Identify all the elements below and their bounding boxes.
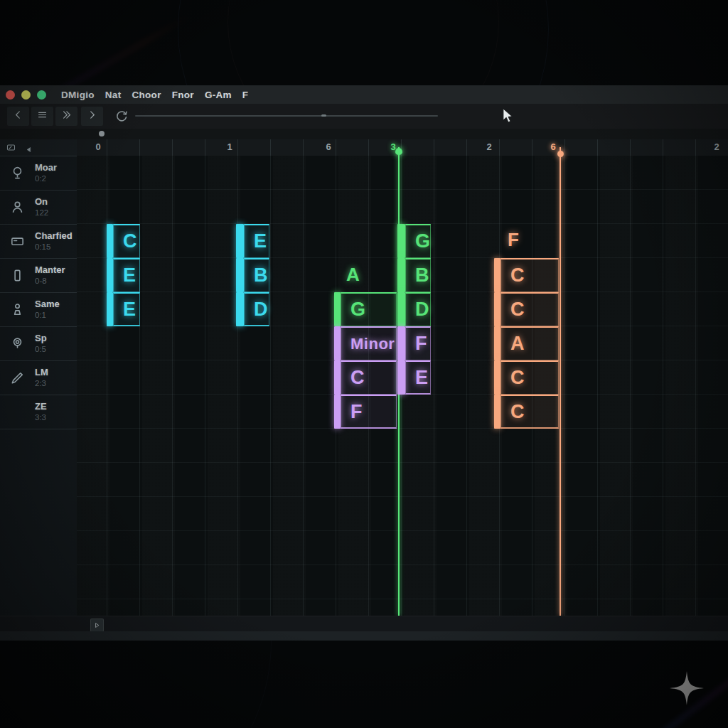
chord-cell-c[interactable]: C (500, 360, 559, 395)
sidebar-item-lm[interactable]: LM2:3 (0, 360, 77, 395)
menu-button[interactable] (31, 107, 53, 126)
sidebar-item-same[interactable]: Same0:1 (0, 292, 77, 327)
track-name: LM (35, 367, 48, 378)
chord-bar-cyan[interactable] (107, 224, 113, 258)
timeline-scrub-slider[interactable] (135, 115, 438, 117)
minimize-window-button[interactable] (21, 90, 31, 100)
chord-cell-minor[interactable]: Minor (341, 326, 397, 360)
chord-cell-d[interactable]: D (244, 292, 269, 326)
chord-bar-orange[interactable] (494, 326, 500, 360)
chord-bar-green[interactable] (397, 224, 405, 258)
chord-bar-green[interactable] (397, 292, 405, 326)
pin-icon[interactable] (25, 144, 33, 151)
horizontal-scrollbar[interactable] (0, 631, 728, 641)
chord-bar-orange[interactable] (494, 258, 500, 292)
menu-item-f[interactable]: F (242, 90, 249, 100)
zoom-window-button[interactable] (37, 90, 46, 100)
screen: DMigioNatChoorFnorG-AmF Moar0:2On122Char… (0, 0, 728, 728)
slider-handle[interactable] (321, 114, 326, 117)
chord-cell-e[interactable]: E (405, 360, 431, 395)
track-value: 2:3 (35, 378, 48, 388)
chord-cell-c[interactable]: C (500, 258, 559, 292)
chord-cell-g[interactable]: G (341, 292, 397, 326)
chord-cell-e[interactable]: E (113, 258, 140, 292)
chord-bar-orange[interactable] (494, 395, 500, 429)
sidebar-item-charfied[interactable]: Charfied0:15 (0, 224, 77, 259)
timeline-ruler[interactable]: 0163262 (77, 139, 728, 156)
mouse-cursor (502, 108, 515, 124)
chevron-left-button[interactable] (7, 107, 29, 126)
sparkle-icon (669, 670, 705, 706)
chord-cell-c[interactable]: C (341, 360, 397, 395)
chord-grid[interactable]: CEEEBDGMinorCFGBDFECCACCAF (77, 156, 728, 616)
chord-bar-purple[interactable] (397, 360, 405, 395)
menu-item-nat[interactable]: Nat (105, 90, 122, 100)
chord-bar-purple[interactable] (397, 326, 405, 360)
chord-bar-cyan[interactable] (236, 292, 244, 326)
chord-cell-g[interactable]: G (405, 224, 431, 258)
chevron-left-icon (12, 109, 24, 124)
podium-icon (9, 301, 26, 318)
chord-cell-a[interactable]: A (500, 326, 559, 360)
sidebar-item-sp[interactable]: Sp0:5 (0, 326, 77, 361)
chord-bar-orange[interactable] (494, 360, 500, 395)
chord-cell-f[interactable]: F (405, 326, 431, 360)
menu-item-dmigio[interactable]: DMigio (61, 90, 95, 100)
track-label-group: ZE3:3 (35, 401, 47, 423)
chord-bar-purple[interactable] (334, 360, 341, 395)
refresh-icon (114, 114, 129, 127)
double-chevron-right-button[interactable] (55, 107, 77, 126)
track-value: 0:2 (35, 173, 57, 183)
scroll-position-dot[interactable] (99, 131, 105, 136)
sidebar-item-manter[interactable]: Manter0-8 (0, 258, 77, 293)
chevron-right-button[interactable] (81, 107, 103, 126)
ruler-tick-6: 6 (321, 141, 336, 152)
playhead-line-orange[interactable] (560, 147, 561, 616)
close-window-button[interactable] (6, 90, 15, 100)
chord-bar-cyan[interactable] (107, 292, 113, 326)
sidebar-item-moar[interactable]: Moar0:2 (0, 156, 77, 191)
chord-bar-purple[interactable] (334, 395, 341, 429)
chevron-right-icon (86, 109, 98, 124)
playhead-marker-green[interactable] (395, 148, 402, 155)
play-button[interactable] (90, 619, 104, 632)
pencil-icon (9, 370, 26, 386)
sidebar-header (0, 139, 77, 156)
track-label-group: On122 (35, 196, 48, 218)
chord-bar-green[interactable] (397, 258, 405, 292)
menu-icon (36, 109, 48, 124)
track-name: Same (35, 299, 60, 310)
playhead-marker-orange[interactable] (557, 151, 564, 157)
chord-bar-green[interactable] (334, 292, 341, 326)
sidebar-item-on[interactable]: On122 (0, 190, 77, 225)
chord-cell-f[interactable]: F (341, 395, 397, 429)
ruler-tick-0: 0 (91, 141, 105, 152)
chord-cell-e[interactable]: E (113, 292, 140, 326)
chord-bar-cyan[interactable] (236, 224, 244, 258)
sidebar-item-ze[interactable]: ZE3:3 (0, 395, 77, 429)
chord-cell-b[interactable]: B (244, 258, 269, 292)
refresh-button[interactable] (114, 109, 129, 124)
chord-bar-orange[interactable] (494, 292, 500, 326)
panel-icon[interactable] (6, 142, 16, 153)
track-name: Charfied (35, 230, 73, 242)
chord-bar-cyan[interactable] (236, 258, 244, 292)
chord-bar-cyan[interactable] (107, 258, 113, 292)
chord-cell-b[interactable]: B (405, 258, 431, 292)
track-label-group: LM2:3 (35, 367, 48, 389)
chord-cell-c[interactable]: C (500, 395, 559, 429)
menu-item-fnor[interactable]: Fnor (172, 90, 194, 100)
menu-item-choor[interactable]: Choor (132, 90, 161, 100)
menu-bar: DMigioNatChoorFnorG-AmF (0, 85, 728, 105)
menu-item-g-am[interactable]: G-Am (205, 90, 232, 100)
chord-cell-c[interactable]: C (113, 224, 140, 258)
note-label-f: F (508, 229, 519, 251)
chord-bar-purple[interactable] (334, 326, 341, 360)
double-chevron-right-icon (60, 109, 73, 124)
chord-cell-e[interactable]: E (244, 224, 269, 258)
menu-items: DMigioNatChoorFnorG-AmF (61, 90, 248, 100)
chord-cell-c[interactable]: C (500, 292, 559, 326)
chord-cell-d[interactable]: D (405, 292, 431, 326)
note-label-a: A (346, 264, 360, 286)
track-value: 3:3 (35, 412, 47, 422)
